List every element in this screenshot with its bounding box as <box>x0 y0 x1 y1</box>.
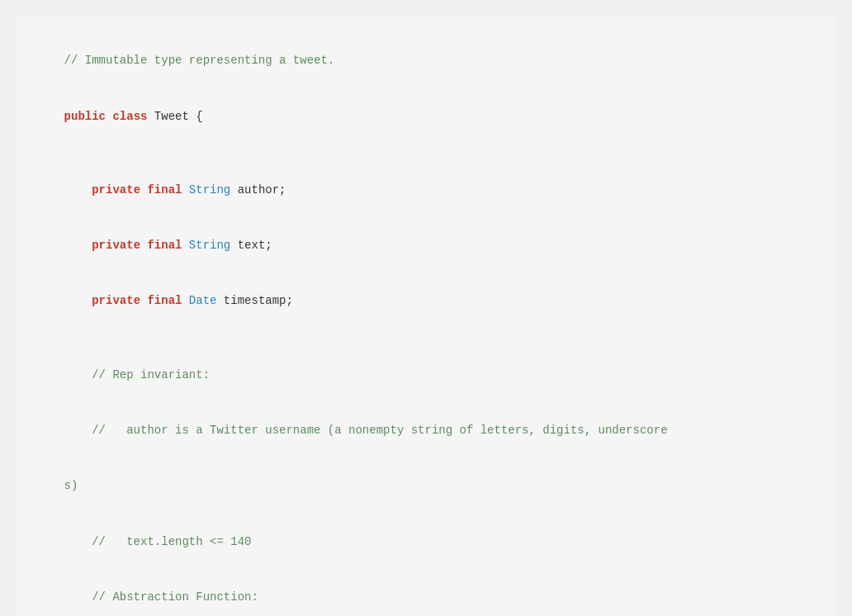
code-line <box>36 329 816 347</box>
comment-text: // author is a Twitter username (a nonem… <box>64 424 668 437</box>
comment-text: // text.length <= 140 <box>64 535 252 548</box>
keyword: final <box>147 294 182 307</box>
code-line: private final String text; <box>36 218 816 273</box>
keyword: final <box>147 183 182 197</box>
code-line: // text.length <= 140 <box>36 514 816 569</box>
keyword: final <box>147 239 182 252</box>
code-line: // Abstraction Function: <box>36 569 816 616</box>
code-line: // Immutable type representing a tweet. <box>36 33 816 88</box>
plain-text: author; <box>230 183 286 197</box>
code-line: // Rep invariant: <box>36 348 816 403</box>
comment-text: // Immutable type representing a tweet. <box>64 54 335 67</box>
keyword: private <box>92 183 140 197</box>
plain-text: text; <box>230 239 272 252</box>
indent <box>64 294 92 307</box>
keyword: private <box>92 294 140 307</box>
type-name: String <box>189 183 230 197</box>
plain-text: timestamp; <box>216 294 292 307</box>
code-block: // Immutable type representing a tweet. … <box>17 17 835 616</box>
plain-text: Tweet { <box>154 110 203 123</box>
code-line <box>36 144 816 162</box>
comment-text: s) <box>64 479 78 492</box>
indent <box>64 183 92 197</box>
keyword: public <box>64 110 113 123</box>
indent <box>64 239 92 252</box>
keyword: private <box>92 239 140 252</box>
plain-text <box>182 239 188 252</box>
plain-text <box>182 183 188 197</box>
comment-text: // Rep invariant: <box>64 368 210 381</box>
code-line: public class Tweet { <box>36 88 816 144</box>
type-name: Date <box>189 294 217 307</box>
keyword: class <box>112 110 154 123</box>
code-line: s) <box>36 458 816 514</box>
comment-text: // Abstraction Function: <box>64 590 258 604</box>
code-line: private final String author; <box>36 163 816 218</box>
code-line: private final Date timestamp; <box>36 273 816 329</box>
type-name: String <box>189 239 230 252</box>
code-line: // author is a Twitter username (a nonem… <box>36 403 816 458</box>
plain-text <box>182 294 188 307</box>
